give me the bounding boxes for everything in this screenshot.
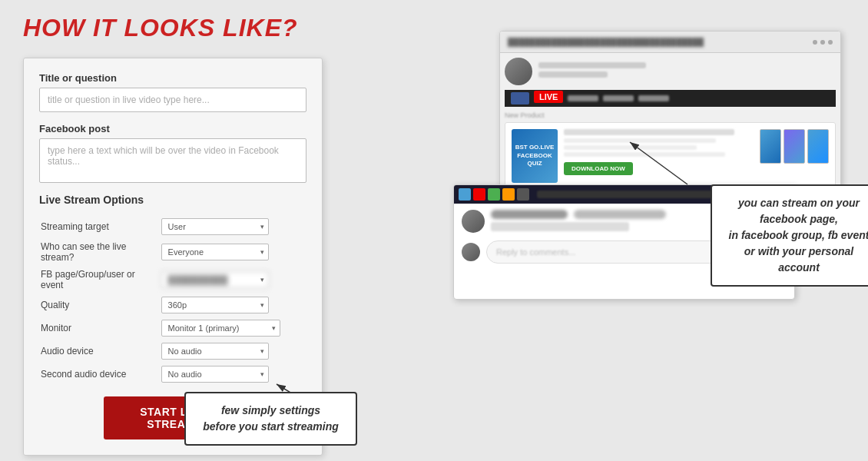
- nav-item: [638, 95, 669, 101]
- product-title-line: [564, 129, 734, 135]
- browser-dots: [813, 40, 833, 45]
- option-label-visibility: Who can see the live stream?: [39, 238, 160, 266]
- options-table: Streaming target User ▾ Who can see the …: [39, 215, 306, 386]
- monitor-select-wrap[interactable]: Monitor 1 (primary) ▾: [161, 320, 280, 337]
- options-section-label: Live Stream Options: [39, 194, 306, 206]
- taskbar-icon: [459, 188, 471, 201]
- browser-dot: [828, 40, 833, 45]
- comment-placeholder: Reply to comments...: [496, 247, 575, 257]
- table-row: Audio device No audio ▾: [39, 340, 306, 363]
- option-label-quality: Quality: [39, 294, 160, 317]
- option-label-fb-page: FB page/Group/user or event: [39, 266, 160, 294]
- avatar: [505, 58, 532, 85]
- screenshot-thumb: [760, 129, 781, 164]
- table-row: Second audio device No audio ▾: [39, 363, 306, 386]
- commenter-name: [491, 210, 568, 219]
- option-label-audio: Audio device: [39, 340, 160, 363]
- callout-bottom: few simply settingsbefore you start stre…: [184, 392, 357, 446]
- product-screenshots: [760, 129, 829, 183]
- table-row: Quality 360p ▾: [39, 294, 306, 317]
- taskbar-icons: [459, 188, 529, 201]
- product-icon-text: BST GO.LIVE FACEBOOK QUIZ: [512, 144, 558, 167]
- nav-item: [603, 95, 634, 101]
- monitor-select[interactable]: Monitor 1 (primary): [161, 320, 280, 337]
- visibility-select[interactable]: Everyone: [161, 244, 269, 260]
- post-label: Facebook post: [39, 123, 306, 134]
- screenshot-area: ████████████████████████████████████ LIV…: [453, 31, 845, 407]
- download-button: DOWNLOAD NOW: [564, 162, 633, 175]
- product-desc-line: [564, 152, 725, 157]
- comment-text: [491, 222, 629, 231]
- audio-select[interactable]: No audio: [161, 343, 269, 360]
- title-input[interactable]: title or question in live video type her…: [39, 88, 306, 112]
- callout-bottom-text: few simply settingsbefore you start stre…: [203, 404, 339, 433]
- browser-dot: [820, 40, 825, 45]
- table-row: Who can see the live stream? Everyone ▾: [39, 238, 306, 266]
- product-info: DOWNLOAD NOW: [564, 129, 754, 183]
- second-audio-select[interactable]: No audio: [161, 366, 269, 383]
- blurred-subtitle: [538, 71, 608, 78]
- browser-dot: [813, 40, 817, 45]
- page-heading: HOW IT LOOKS LIKE?: [23, 14, 298, 42]
- nav-bar: LIVE: [505, 90, 836, 107]
- live-badge: LIVE: [534, 91, 563, 103]
- option-label-monitor: Monitor: [39, 317, 160, 340]
- screenshot-thumb: [807, 129, 829, 164]
- product-desc-line: [564, 145, 697, 150]
- quality-select[interactable]: 360p: [161, 297, 269, 313]
- visibility-select-wrap[interactable]: Everyone ▾: [161, 244, 269, 260]
- streaming-target-select[interactable]: User: [161, 218, 269, 235]
- callout-right: you can stream on yourfacebook page,in f…: [711, 184, 868, 287]
- fb-page-select-wrap[interactable]: ██████████ ▾: [161, 271, 269, 288]
- commenter-avatar: [462, 210, 485, 233]
- fb-logo-icon: [511, 92, 529, 104]
- nav-item: [568, 95, 598, 101]
- table-row: FB page/Group/user or event ██████████ ▾: [39, 266, 306, 294]
- profile-row: [505, 58, 836, 85]
- taskbar-icon: [473, 188, 485, 201]
- screenshot-thumb: [784, 129, 805, 164]
- product-desc-line: [564, 138, 716, 143]
- current-user-avatar: [462, 243, 480, 261]
- audio-select-wrap[interactable]: No audio ▾: [161, 343, 269, 360]
- streaming-target-select-wrap[interactable]: User ▾: [161, 218, 269, 235]
- option-label-streaming-target: Streaming target: [39, 215, 160, 238]
- taskbar-icon: [488, 188, 500, 201]
- title-label: Title or question: [39, 72, 306, 84]
- post-input[interactable]: type here a text which will be over the …: [39, 138, 306, 183]
- product-card: BST GO.LIVE FACEBOOK QUIZ DOWNLOAD NOW: [505, 122, 836, 190]
- table-row: Streaming target User ▾: [39, 215, 306, 238]
- taskbar-icon: [502, 188, 515, 201]
- table-row: Monitor Monitor 1 (primary) ▾: [39, 317, 306, 340]
- callout-right-text: you can stream on yourfacebook page,in f…: [729, 197, 868, 274]
- product-icon: BST GO.LIVE FACEBOOK QUIZ: [512, 129, 558, 183]
- quality-select-wrap[interactable]: 360p ▾: [161, 297, 269, 313]
- callout-bottom-wrapper: few simply settingsbefore you start stre…: [184, 392, 357, 446]
- comment-time: [574, 210, 666, 219]
- blurred-name: [538, 62, 646, 68]
- option-label-second-audio: Second audio device: [39, 363, 160, 386]
- product-label: New Product: [505, 111, 836, 119]
- profile-text: [538, 62, 836, 81]
- taskbar-icon: [517, 188, 529, 201]
- second-audio-select-wrap[interactable]: No audio ▾: [161, 366, 269, 383]
- browser-topbar: ████████████████████████████████████: [500, 32, 840, 53]
